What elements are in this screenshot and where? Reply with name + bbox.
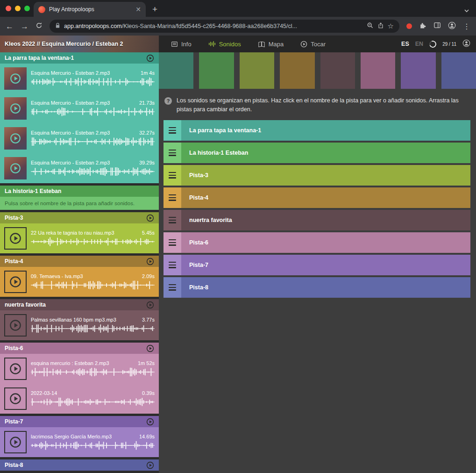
tab-mapa[interactable]: Mapa — [258, 41, 284, 48]
track-name-bar[interactable]: Pista-4 — [181, 187, 470, 208]
track-name: Pista-6 — [5, 345, 23, 351]
browser-tabstrip: Play Antropoloops ✕ + — [0, 0, 476, 17]
maximize-window-button[interactable] — [24, 6, 30, 11]
lang-en-button[interactable]: EN — [415, 41, 423, 47]
track-header[interactable]: Pista-3 — [0, 212, 159, 223]
drag-handle-icon[interactable] — [163, 210, 181, 230]
drag-handle-icon[interactable] — [163, 165, 181, 186]
play-track-icon[interactable] — [146, 461, 154, 469]
sound-thumbnail[interactable] — [4, 67, 27, 90]
track-header[interactable]: Pista-6 — [0, 343, 159, 354]
track-name-bar[interactable]: Pista-7 — [181, 255, 470, 275]
track-color-swatch[interactable] — [240, 52, 274, 89]
track-header[interactable]: La historia-1 Esteban — [0, 186, 159, 197]
play-sound-button[interactable] — [4, 314, 27, 337]
side-panel-icon[interactable] — [433, 22, 441, 31]
tab-tocar[interactable]: Tocar — [300, 41, 326, 48]
sound-row[interactable]: 2022-03-140.39s — [0, 384, 159, 414]
track-header[interactable]: nuertra favorita — [0, 299, 159, 310]
track-name-bar[interactable]: Pista-8 — [181, 277, 470, 298]
drag-handle-icon[interactable] — [163, 277, 181, 298]
play-sound-button[interactable] — [4, 431, 27, 453]
profile-avatar-icon[interactable] — [448, 22, 456, 31]
sound-row[interactable]: 22 Ua reka te tagnia to rau niau.mp35.45… — [0, 223, 159, 253]
sound-row[interactable]: lacrimosa Sergio García Merlo.mp314.69s — [0, 427, 159, 457]
forward-icon[interactable]: → — [21, 22, 28, 30]
share-icon[interactable] — [377, 22, 384, 31]
track-section: La parra tapa la ventana-1Esquina Mercur… — [0, 52, 159, 183]
tab-sonidos[interactable]: Sonidos — [208, 41, 241, 48]
help-text: Los sonidos se organizan en pistas. Haz … — [177, 96, 469, 115]
track-row[interactable]: Pista-6 — [163, 232, 470, 253]
sound-thumbnail[interactable] — [4, 127, 27, 150]
tab-info[interactable]: Info — [171, 41, 192, 48]
track-row[interactable]: La historia-1 Esteban — [163, 143, 470, 163]
sound-row[interactable]: 09. Temaeva - Iva.mp32.09s — [0, 267, 159, 297]
track-row[interactable]: Pista-4 — [163, 187, 470, 208]
tab-search-chevron-icon[interactable] — [464, 6, 469, 14]
bookmark-star-icon[interactable]: ☆ — [388, 22, 394, 30]
track-color-swatch[interactable] — [361, 52, 395, 89]
sound-waveform — [31, 323, 155, 334]
sound-row[interactable]: Esquina Mercurio - Esteban 2.mp31m 4s — [0, 64, 159, 93]
sound-row[interactable]: esquina mercurio : Esteban 2.mp31m 52s — [0, 354, 159, 384]
play-sound-button[interactable] — [4, 271, 27, 293]
sound-row[interactable]: Esquina Mercurio - Esteban 2.mp332.27s — [0, 123, 159, 153]
track-header[interactable]: La parra tapa la ventana-1 — [0, 52, 159, 64]
track-row[interactable]: Pista-3 — [163, 165, 470, 186]
sound-row[interactable]: Palmas sevillanas 160 bpm mp3.mp33.77s — [0, 310, 159, 340]
recording-indicator-icon[interactable] — [406, 23, 412, 29]
track-color-swatch[interactable] — [320, 52, 355, 89]
play-sound-button[interactable] — [4, 358, 27, 380]
track-name-bar[interactable]: Pista-3 — [181, 165, 470, 186]
track-color-swatch[interactable] — [401, 52, 435, 89]
reload-icon[interactable] — [36, 22, 43, 30]
track-color-swatch[interactable] — [199, 52, 234, 89]
track-header[interactable]: Pista-7 — [0, 416, 159, 427]
play-track-icon[interactable] — [146, 418, 154, 426]
sound-row[interactable]: Esquina Mercurio - Esteban 2.mp321.73s — [0, 93, 159, 123]
play-track-icon[interactable] — [146, 214, 154, 222]
drag-handle-icon[interactable] — [163, 143, 181, 163]
track-header[interactable]: Pista-4 — [0, 256, 159, 267]
back-icon[interactable]: ← — [6, 22, 14, 30]
sound-thumbnail[interactable] — [4, 157, 27, 179]
track-color-swatch[interactable] — [441, 52, 476, 89]
drag-handle-icon[interactable] — [163, 232, 181, 253]
play-sound-button[interactable] — [4, 227, 27, 250]
drag-handle-icon[interactable] — [163, 187, 181, 208]
zoom-icon[interactable] — [367, 22, 374, 31]
minimize-window-button[interactable] — [15, 6, 21, 11]
drag-handle-icon[interactable] — [163, 120, 181, 141]
track-color-swatch[interactable] — [159, 52, 193, 89]
track-row[interactable]: Pista-8 — [163, 277, 470, 298]
track-color-swatch[interactable] — [280, 52, 314, 89]
extensions-puzzle-icon[interactable] — [419, 22, 426, 31]
url-bar[interactable]: app.antropoloops.com/Kleos-Santa-Marina/… — [50, 20, 399, 33]
track-header[interactable]: Pista-8 — [0, 459, 159, 471]
lang-es-button[interactable]: ES — [401, 41, 409, 47]
browser-menu-kebab-icon[interactable]: ⋮ — [463, 22, 470, 31]
sound-thumbnail[interactable] — [4, 97, 27, 120]
sound-duration: 3.77s — [142, 317, 155, 322]
close-window-button[interactable] — [6, 6, 11, 11]
play-track-icon[interactable] — [146, 344, 154, 352]
user-account-icon[interactable] — [462, 39, 470, 49]
sound-row[interactable]: Esquina Mercurio - Esteban 2.mp339.29s — [0, 153, 159, 183]
new-tab-button[interactable]: + — [152, 5, 157, 14]
track-name-bar[interactable]: La historia-1 Esteban — [181, 143, 470, 163]
play-sound-icon — [4, 127, 27, 150]
track-row[interactable]: Pista-7 — [163, 255, 470, 275]
track-name-bar[interactable]: nuertra favorita — [181, 210, 470, 230]
play-track-icon[interactable] — [146, 301, 154, 309]
browser-tab[interactable]: Play Antropoloops ✕ — [34, 2, 146, 17]
tab-close-icon[interactable]: ✕ — [135, 6, 141, 13]
track-row[interactable]: La parra tapa la ventana-1 — [163, 120, 470, 141]
track-name-bar[interactable]: Pista-6 — [181, 232, 470, 253]
play-track-icon[interactable] — [146, 54, 154, 62]
drag-handle-icon[interactable] — [163, 255, 181, 275]
track-name-bar[interactable]: La parra tapa la ventana-1 — [181, 120, 470, 141]
track-row[interactable]: nuertra favorita — [163, 210, 470, 230]
play-sound-button[interactable] — [4, 387, 27, 410]
play-track-icon[interactable] — [146, 258, 154, 265]
